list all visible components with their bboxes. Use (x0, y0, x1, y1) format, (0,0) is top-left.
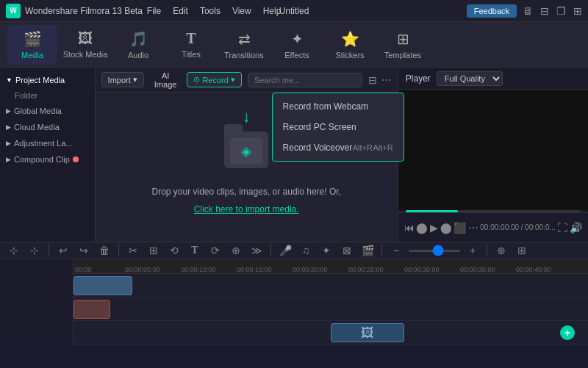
transitions-icon: ⇄ (238, 30, 251, 48)
quality-select[interactable]: Full Quality (437, 71, 503, 86)
zoom-in-button[interactable]: + (465, 242, 481, 259)
record-screen-label: Record PC Screen (283, 122, 356, 132)
stock-media-icon: 🖼 (78, 30, 93, 47)
window-title: Untitled (279, 6, 309, 16)
toolbar-transitions[interactable]: ⇄ Transitions (219, 25, 269, 65)
sidebar-compound-clip[interactable]: ▶ Compound Clip (0, 151, 95, 167)
track-clip-image[interactable]: 🖼 (331, 323, 404, 342)
player-skip-back[interactable]: ⏮ (404, 222, 415, 234)
menu-file[interactable]: File (147, 6, 161, 16)
menu-view[interactable]: View (232, 6, 251, 16)
toolbar-titles[interactable]: T Titles (166, 25, 216, 65)
zoom-out-button[interactable]: − (388, 242, 404, 259)
toolbar-audio[interactable]: 🎵 Audio (113, 25, 163, 65)
timeline-crop[interactable]: ⊞ (146, 242, 162, 259)
grid-icon[interactable]: ⊞ (573, 5, 582, 17)
player-fullscreen[interactable]: ⛶ (557, 222, 567, 234)
record-circle-icon: ⊙ (193, 75, 200, 84)
toolbar-templates[interactable]: ⊞ Templates (378, 25, 428, 65)
track-row-1 (74, 274, 588, 297)
toolbar-stickers[interactable]: ⭐ Stickers (325, 25, 375, 65)
timeline-reset[interactable]: ⟳ (207, 242, 223, 259)
sidebar-folder[interactable]: Folder (0, 88, 95, 103)
record-button[interactable]: ⊙ Record ▾ (187, 72, 241, 87)
ruler-tick-6: 00:00:30:00 (404, 266, 440, 273)
search-input[interactable] (248, 73, 362, 87)
import-button[interactable]: Import ▾ (101, 72, 144, 87)
toolbar-separator-2 (118, 244, 119, 257)
player-frame-back[interactable]: ⬤ (416, 222, 428, 234)
toolbar-separator-4 (381, 244, 382, 257)
timeline-undo[interactable]: ↩ (55, 242, 71, 259)
sidebar-cloud-media[interactable]: ▶ Cloud Media (0, 119, 95, 135)
player-progress-bar[interactable] (406, 210, 581, 212)
record-voiceover-item[interactable]: Record Voiceover Alt+R Alt+R (273, 137, 404, 158)
more-icon[interactable]: ⋯ (381, 74, 392, 86)
toolbar-audio-label: Audio (128, 51, 148, 59)
toolbar-effects-label: Effects (284, 51, 309, 59)
content-toolbar: Import ▾ AI Image ⊙ Record ▾ ⊟ ⋯ (96, 68, 398, 93)
timeline-redo[interactable]: ↪ (76, 242, 92, 259)
record-voiceover-label: Record Voiceover (283, 142, 353, 153)
toolbar-separator-3 (270, 244, 271, 257)
timeline-rotate[interactable]: ⟲ (166, 242, 182, 259)
title-bar: W Wondershare Filmora 13 Beta File Edit … (0, 0, 588, 22)
sidebar-project-media[interactable]: ▼ Project Media (0, 72, 95, 88)
timeline-color[interactable]: ✦ (318, 242, 334, 259)
menu-tools[interactable]: Tools (200, 6, 220, 16)
ruler-tick-0: 00:00 (75, 266, 92, 273)
timeline-more-tools[interactable]: ≫ (248, 242, 265, 259)
sidebar-adjustment-layer[interactable]: ▶ Adjustment La... (0, 135, 95, 151)
effects-icon: ✦ (291, 30, 304, 48)
timeline-content: 00:00 00:00:05:00 00:00:10:00 00:00:15:0… (0, 259, 588, 344)
timeline-settings[interactable]: ⊞ (514, 242, 530, 259)
player-screen (398, 90, 588, 210)
timeline-mic[interactable]: 🎤 (277, 242, 293, 259)
player-more[interactable]: ⋯ (468, 222, 478, 234)
timeline-add[interactable]: ⊕ (228, 242, 244, 259)
timeline-select-tool[interactable]: ⊹ (6, 242, 22, 259)
menu-edit[interactable]: Edit (173, 6, 188, 16)
sidebar-global-media[interactable]: ▶ Global Media (0, 103, 95, 119)
timeline-razor-tool[interactable]: ⊹ (26, 242, 43, 259)
record-webcam-item[interactable]: Record from Webcam (273, 96, 404, 117)
track-row-3: + 🖼 (74, 321, 588, 344)
import-media-link[interactable]: Click here to import media. (194, 204, 299, 214)
maximize-icon[interactable]: ❐ (556, 5, 566, 17)
sidebar-project-media-label: Project Media (15, 76, 65, 84)
timeline-add-track[interactable]: ⊕ (493, 242, 509, 259)
record-label: Record (202, 76, 228, 84)
player-play[interactable]: ▶ (430, 222, 438, 234)
sidebar-global-media-label: Global Media (14, 107, 62, 115)
player-skip-forward[interactable]: ⬛ (453, 222, 466, 234)
track-clip-red[interactable] (74, 300, 110, 319)
player-volume[interactable]: 🔊 (570, 222, 582, 234)
ai-image-button[interactable]: AI Image (150, 69, 182, 91)
track-clip-1[interactable] (74, 276, 132, 295)
record-chevron-icon: ▾ (231, 75, 235, 84)
timeline-clip[interactable]: 🎬 (359, 242, 376, 259)
zoom-slider[interactable] (409, 250, 460, 252)
record-screen-item[interactable]: Record PC Screen (273, 117, 404, 137)
feedback-button[interactable]: Feedback (467, 4, 517, 18)
templates-icon: ⊞ (397, 30, 409, 48)
toolbar-templates-label: Templates (384, 51, 421, 59)
timeline-cut[interactable]: ✂ (125, 242, 141, 259)
app-logo: W (6, 4, 21, 18)
player-time-start: 00:00:00:00 (480, 223, 519, 231)
timeline-ruler: 00:00 00:00:05:00 00:00:10:00 00:00:15:0… (74, 259, 588, 274)
minimize-icon[interactable]: ⊟ (540, 5, 549, 17)
toolbar-effects[interactable]: ✦ Effects (272, 25, 322, 65)
filter-icon[interactable]: ⊟ (368, 74, 377, 86)
timeline-delete[interactable]: 🗑 (96, 242, 112, 259)
sidebar-cloud-media-label: Cloud Media (14, 123, 60, 131)
timeline-text[interactable]: T (187, 242, 203, 259)
toolbar-media[interactable]: 🎬 Media (7, 25, 57, 65)
add-clip-button[interactable]: + (560, 325, 575, 340)
toolbar-stock-media[interactable]: 🖼 Stock Media (60, 25, 110, 65)
timeline-audio-tool[interactable]: ♫ (298, 242, 314, 259)
player-frame-forward[interactable]: ⬤ (440, 222, 452, 234)
timeline-split[interactable]: ⊠ (339, 242, 355, 259)
import-chevron-icon: ▾ (133, 75, 137, 84)
record-dropdown-menu: Record from Webcam Record PC Screen Reco… (272, 93, 404, 162)
